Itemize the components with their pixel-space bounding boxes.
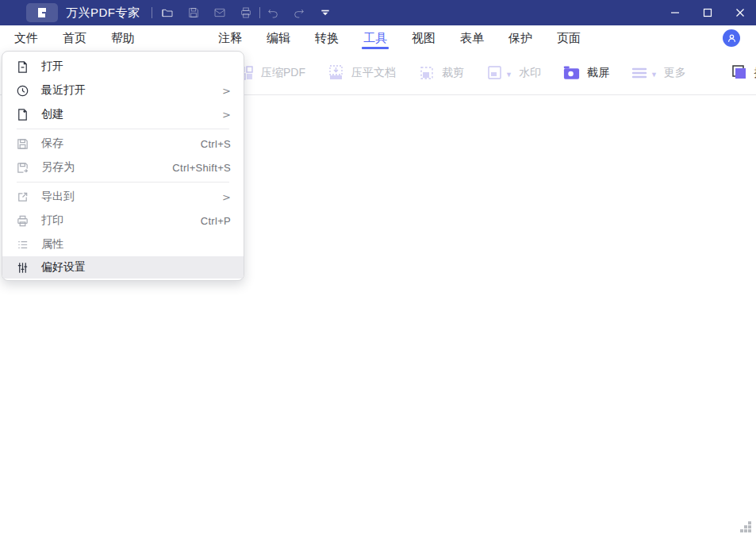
export-icon [15, 190, 30, 205]
file-menu-dropdown: 打开 最近打开 > 创建 > 保存 Ctrl+S 另存为 Ctrl+Shift+… [2, 51, 244, 281]
menu-separator [17, 182, 229, 183]
menu-separator [17, 129, 229, 129]
save-as-icon [15, 160, 30, 175]
tab-protect[interactable]: 保护 [508, 25, 532, 51]
properties-icon [15, 237, 30, 252]
menu-item-save-as[interactable]: 另存为 Ctrl+Shift+S [2, 156, 244, 179]
watermark-dropdown-icon[interactable]: ▼ [505, 71, 512, 82]
redo-icon[interactable] [293, 6, 306, 20]
menu-item-create[interactable]: 创建 > [2, 102, 244, 126]
shortcut-label: Ctrl+S [201, 138, 231, 150]
user-avatar[interactable] [723, 29, 740, 47]
batch-process-button[interactable]: 批量处理 [730, 63, 756, 82]
print-icon[interactable] [240, 6, 253, 20]
crop-button[interactable]: 裁剪 [417, 63, 464, 82]
menu-item-preferences[interactable]: 偏好设置 [2, 256, 244, 279]
close-button[interactable] [723, 0, 756, 25]
menu-tab-bar: 文件 首页 帮助 注释 编辑 转换 工具 视图 表单 保护 页面 [0, 25, 756, 51]
more-dropdown-icon[interactable]: ▼ [650, 71, 658, 82]
submenu-arrow-icon: > [222, 85, 231, 97]
tab-page[interactable]: 页面 [557, 25, 581, 51]
shortcut-label: Ctrl+Shift+S [172, 162, 231, 174]
menu-item-save[interactable]: 保存 Ctrl+S [2, 132, 244, 156]
clock-icon [15, 83, 30, 98]
watermark-icon [485, 63, 504, 82]
tab-edit[interactable]: 编辑 [267, 25, 290, 51]
create-document-icon [15, 107, 30, 122]
minimize-button[interactable] [658, 0, 691, 25]
compress-pdf-button[interactable]: 压缩PDF [236, 63, 305, 82]
titlebar: 万兴PDF专家 [0, 0, 756, 25]
print-icon [15, 213, 30, 229]
shortcut-label: Ctrl+P [201, 215, 231, 227]
app-title: 万兴PDF专家 [66, 6, 140, 21]
resize-grip[interactable] [740, 521, 752, 533]
titlebar-divider [152, 7, 152, 18]
batch-process-icon [730, 63, 748, 82]
save-icon[interactable] [187, 6, 201, 20]
tab-form[interactable]: 表单 [460, 25, 484, 51]
save-icon [15, 136, 30, 152]
screenshot-button[interactable]: 截屏 [562, 63, 609, 82]
user-icon [727, 33, 737, 44]
tab-view[interactable]: 视图 [412, 25, 436, 51]
watermark-button[interactable]: ▼ 水印 [485, 63, 541, 82]
crop-icon [417, 63, 436, 82]
tab-convert[interactable]: 转换 [315, 25, 339, 51]
tab-file[interactable]: 文件 [14, 25, 38, 51]
submenu-arrow-icon: > [222, 109, 231, 121]
maximize-button[interactable] [691, 0, 723, 25]
collapse-toolbar-icon[interactable] [319, 6, 332, 20]
tab-home[interactable]: 首页 [63, 25, 86, 51]
open-folder-icon[interactable] [161, 6, 175, 20]
preferences-sliders-icon [15, 260, 30, 275]
tab-comment[interactable]: 注释 [218, 25, 242, 51]
menu-item-print[interactable]: 打印 Ctrl+P [2, 209, 244, 232]
titlebar-divider [259, 7, 260, 18]
app-logo-icon[interactable] [26, 3, 58, 22]
more-lines-icon [631, 63, 649, 82]
menu-item-properties[interactable]: 属性 [2, 232, 244, 256]
tab-help[interactable]: 帮助 [111, 25, 135, 51]
email-icon[interactable] [213, 6, 227, 20]
tab-tools[interactable]: 工具 [363, 25, 387, 51]
menu-item-recent-open[interactable]: 最近打开 > [2, 79, 244, 102]
flatten-document-button[interactable]: 压平文档 [327, 63, 396, 82]
menu-item-open[interactable]: 打开 [2, 55, 244, 79]
undo-icon[interactable] [267, 6, 280, 20]
more-tools-button[interactable]: ▼ 更多 [631, 63, 686, 82]
screenshot-camera-icon [562, 63, 581, 82]
submenu-arrow-icon: > [222, 191, 231, 203]
open-document-icon [15, 60, 30, 75]
menu-item-export-to[interactable]: 导出到 > [2, 185, 244, 209]
flatten-doc-icon [327, 63, 345, 82]
